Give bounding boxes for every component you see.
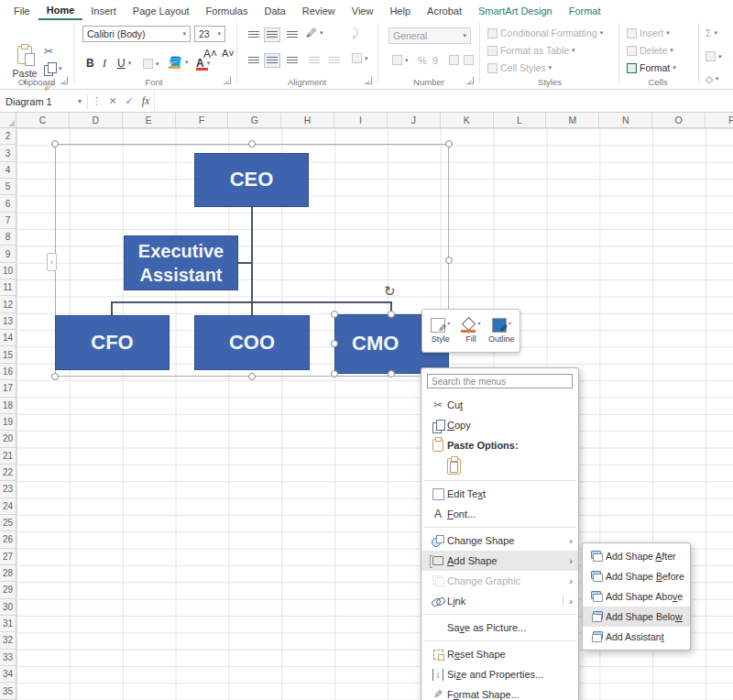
row-header-13[interactable]: 13 — [0, 313, 16, 330]
column-header-p[interactable]: P — [706, 113, 733, 127]
bottom-align-button[interactable] — [284, 27, 301, 42]
submenu-item-add-shape-above[interactable]: Add Shape Above — [583, 586, 690, 607]
alignment-dialog-launcher[interactable] — [365, 77, 372, 84]
selection-handle[interactable] — [388, 311, 395, 318]
align-right-button[interactable] — [284, 53, 301, 68]
row-header-5[interactable]: 5 — [0, 179, 16, 195]
format-button[interactable]: Format▾ — [627, 62, 676, 73]
row-header-12[interactable]: 12 — [0, 296, 16, 312]
decrease-decimal-button[interactable] — [464, 55, 474, 65]
tab-format[interactable]: Format — [561, 2, 609, 19]
row-header-7[interactable]: 7 — [0, 213, 16, 229]
row-header-8[interactable]: 8 — [0, 229, 16, 246]
conditional-formatting-button[interactable]: Conditional Formatting▾ — [487, 27, 603, 38]
row-header-4[interactable]: 4 — [0, 162, 16, 179]
column-header-l[interactable]: L — [494, 113, 547, 127]
fill-button[interactable]: ▾ — [706, 51, 722, 61]
column-header-c[interactable]: C — [16, 113, 70, 127]
increase-indent-button[interactable] — [326, 53, 343, 68]
smartart-node-ceo[interactable]: CEO — [194, 153, 309, 207]
row-header-35[interactable]: 35 — [0, 683, 16, 699]
font-dialog-launcher[interactable] — [224, 77, 231, 84]
cell-styles-button[interactable]: Cell Styles▾ — [487, 62, 552, 73]
selection-handle[interactable] — [51, 373, 59, 380]
tab-data[interactable]: Data — [256, 2, 293, 19]
insert-button[interactable]: Insert▾ — [627, 27, 670, 38]
fill-color-button[interactable]: 🪣 ▾ — [169, 57, 189, 68]
menu-item-change-shape[interactable]: Change Shape› — [421, 530, 578, 551]
tab-home[interactable]: Home — [38, 1, 83, 20]
menu-item-copy[interactable]: Copy — [421, 415, 578, 435]
row-header-23[interactable]: 23 — [0, 481, 16, 498]
column-header-i[interactable]: I — [334, 113, 388, 127]
font-name-combo[interactable]: Calibri (Body) ▾ — [82, 26, 191, 42]
selection-handle[interactable] — [331, 311, 338, 318]
row-header-33[interactable]: 33 — [0, 650, 16, 666]
column-header-n[interactable]: N — [599, 113, 652, 127]
row-header-29[interactable]: 29 — [0, 582, 16, 598]
row-header-9[interactable]: 9 — [0, 246, 16, 262]
row-header-25[interactable]: 25 — [0, 515, 16, 531]
smartart-node-assistant[interactable]: Executive Assistant — [124, 235, 238, 290]
selection-handle[interactable] — [51, 140, 59, 148]
column-header-h[interactable]: H — [281, 113, 334, 127]
selection-handle[interactable] — [331, 370, 338, 377]
menu-item-link[interactable]: Link› — [421, 591, 578, 611]
row-header-19[interactable]: 19 — [0, 414, 16, 431]
menu-search-input[interactable] — [427, 374, 573, 388]
font-color-button[interactable]: A ▾ — [196, 57, 210, 70]
middle-align-button[interactable] — [264, 27, 280, 42]
row-header-21[interactable]: 21 — [0, 448, 16, 465]
insert-function-icon[interactable]: fx — [137, 94, 154, 108]
cut-button[interactable]: ✂ — [44, 46, 53, 57]
row-header-31[interactable]: 31 — [0, 616, 16, 632]
row-header-11[interactable]: 11 — [0, 279, 16, 296]
row-header-32[interactable]: 32 — [0, 632, 16, 649]
submenu-item-add-shape-below[interactable]: Add Shape Below — [583, 607, 690, 627]
smartart-node-cfo[interactable]: CFO — [55, 315, 170, 370]
selection-handle[interactable] — [445, 257, 453, 264]
style-button[interactable]: ▾ Style — [425, 318, 455, 344]
submenu-item-add-shape-before[interactable]: Add Shape Before — [583, 566, 690, 586]
menu-item-edit-text[interactable]: Edit Text — [421, 484, 578, 504]
clear-button[interactable]: ◇▾ — [706, 73, 719, 84]
increase-decimal-button[interactable] — [449, 55, 459, 65]
row-header-3[interactable]: 3 — [0, 145, 16, 161]
row-header-34[interactable]: 34 — [0, 666, 16, 683]
selection-handle[interactable] — [388, 370, 395, 377]
menu-item-save-as-picture[interactable]: Save as Picture... — [421, 618, 578, 638]
tab-insert[interactable]: Insert — [82, 2, 125, 19]
menu-item-reset-shape[interactable]: Reset Shape — [421, 644, 578, 664]
shrink-font-button[interactable]: A˅ — [222, 48, 235, 59]
menu-item-add-shape[interactable]: Add Shape› — [421, 551, 578, 571]
select-all-corner[interactable] — [0, 113, 16, 128]
row-header-22[interactable]: 22 — [0, 465, 16, 481]
text-pane-toggle-button[interactable]: ‹ — [47, 253, 57, 271]
column-header-j[interactable]: J — [388, 113, 441, 127]
menu-item-size-and-properties[interactable]: Size and Properties... — [421, 664, 578, 684]
selection-handle[interactable] — [248, 140, 256, 148]
percent-style-button[interactable]: % — [418, 55, 427, 66]
align-left-button[interactable] — [246, 53, 262, 68]
row-header-15[interactable]: 15 — [0, 346, 16, 363]
column-header-g[interactable]: G — [228, 113, 281, 127]
tab-view[interactable]: View — [344, 2, 382, 19]
row-header-10[interactable]: 10 — [0, 263, 16, 279]
smartart-node-coo[interactable]: COO — [194, 315, 310, 370]
tab-acrobat[interactable]: Acrobat — [419, 2, 470, 19]
menu-item-paste-options[interactable]: Paste Options: — [421, 435, 578, 455]
formula-input[interactable] — [154, 91, 733, 112]
tab-page-layout[interactable]: Page Layout — [125, 2, 198, 19]
tab-review[interactable]: Review — [294, 2, 344, 19]
decrease-indent-button[interactable] — [306, 53, 323, 68]
format-as-table-button[interactable]: Format as Table▾ — [487, 45, 575, 56]
row-header-6[interactable]: 6 — [0, 195, 16, 212]
tab-help[interactable]: Help — [381, 2, 419, 19]
comma-style-button[interactable]: 9 — [432, 55, 438, 66]
tab-smartart-design[interactable]: SmartArt Design — [470, 2, 561, 19]
row-header-20[interactable]: 20 — [0, 431, 16, 447]
delete-button[interactable]: Delete▾ — [627, 45, 673, 56]
menu-item-cut[interactable]: Cut — [421, 395, 578, 415]
bold-button[interactable]: B — [86, 57, 94, 70]
center-button[interactable] — [264, 53, 280, 68]
